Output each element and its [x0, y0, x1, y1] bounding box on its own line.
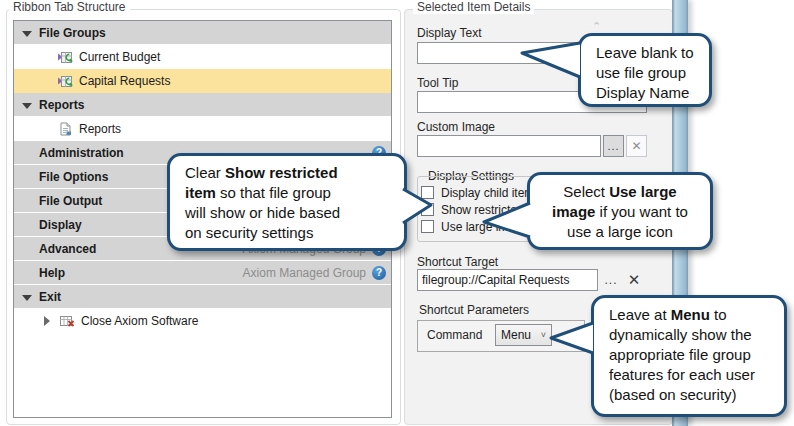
tree-row-reports[interactable]: Reports	[14, 93, 391, 117]
callout-display-text-note: Leave blank touse file groupDisplay Name	[578, 33, 712, 107]
tree-row-file-groups[interactable]: File Groups	[14, 21, 391, 45]
tree-row-label: Administration	[39, 146, 124, 160]
shortcut-target-input[interactable]	[417, 269, 598, 291]
help-icon[interactable]: ?	[372, 266, 386, 280]
custom-image-input[interactable]	[417, 135, 601, 157]
tree-row-capital-requests[interactable]: Capital Requests	[14, 69, 391, 93]
tree-row-label: Advanced	[39, 242, 96, 256]
callout-tail-use-large-image	[482, 200, 532, 240]
tree-row-label: Current Budget	[79, 50, 160, 64]
tree-row-current-budget[interactable]: Current Budget	[14, 45, 391, 69]
command-param-label: Command	[427, 328, 482, 342]
shortcut-parameters-label: Shortcut Parameters	[419, 303, 529, 317]
tree-row-label: Reports	[39, 98, 84, 112]
callout-tail-menu	[549, 320, 595, 356]
display-text-label: Display Text	[417, 26, 481, 40]
expander-down-icon[interactable]	[21, 99, 33, 111]
scroll-up-indicator-icon: ⌃	[592, 20, 601, 33]
tree-row-label: Close Axiom Software	[81, 314, 198, 328]
shortcut-target-clear-button[interactable]: ✕	[624, 268, 644, 292]
tool-tip-label: Tool Tip	[417, 76, 458, 90]
tree-row-label: File Options	[39, 170, 108, 184]
tree-row-label: Reports	[79, 122, 121, 136]
shortcut-target-browse-button[interactable]: ...	[602, 269, 620, 291]
tree-row-label: File Groups	[39, 26, 106, 40]
tree-row-reports[interactable]: Reports	[14, 117, 391, 141]
tree-row-label: Display	[39, 218, 82, 232]
filegroup-icon	[57, 73, 73, 89]
ribbon-tab-structure-title: Ribbon Tab Structure	[9, 1, 130, 14]
selected-item-details-title: Selected Item Details	[413, 1, 534, 14]
managed-group-badge: Axiom Managed Group	[243, 266, 366, 280]
filegroup-icon	[57, 49, 73, 65]
tree-row-close-axiom-software[interactable]: Close Axiom Software	[14, 309, 391, 333]
callout-tail-display-text	[520, 40, 582, 80]
report-icon	[57, 121, 73, 137]
window: Ribbon Tab Structure File GroupsCurrent …	[0, 0, 794, 426]
tree-row-label: Capital Requests	[79, 74, 170, 88]
callout-menu-note: Leave at Menu todynamically show theappr…	[591, 295, 787, 417]
expander-down-icon[interactable]	[21, 291, 33, 303]
callout-show-restricted-note: Clear Show restricteditem so that file g…	[167, 153, 407, 251]
close-axiom-icon	[59, 313, 75, 329]
custom-image-clear-button[interactable]: ✕	[626, 135, 647, 157]
custom-image-label: Custom Image	[417, 120, 495, 134]
tree-row-exit[interactable]: Exit	[14, 285, 391, 309]
callout-tail-show-restricted	[400, 186, 434, 226]
command-dropdown[interactable]: Menu ˅	[495, 324, 552, 346]
custom-image-browse-button[interactable]: ...	[603, 135, 624, 157]
expander-right-icon[interactable]	[41, 315, 53, 327]
tree-row-label: Help	[39, 266, 65, 280]
tree-row-help[interactable]: HelpAxiom Managed Group?	[14, 261, 391, 285]
tree-row-label: Exit	[39, 290, 61, 304]
expander-down-icon[interactable]	[21, 27, 33, 39]
shortcut-target-label: Shortcut Target	[417, 255, 498, 269]
tree-row-label: File Output	[39, 194, 102, 208]
chevron-down-icon: ˅	[541, 330, 546, 340]
command-dropdown-value: Menu	[501, 328, 531, 342]
callout-use-large-image-note: Select Use largeimage if you want touse …	[527, 172, 713, 250]
